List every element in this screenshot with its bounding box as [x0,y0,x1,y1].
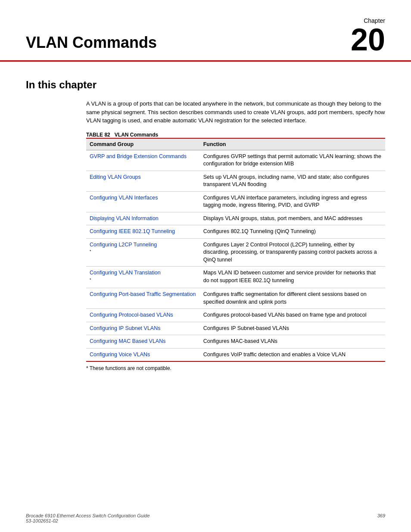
command-group-cell[interactable]: Configuring IEEE 802.1Q Tunneling [86,225,200,239]
function-cell: Configures Layer 2 Control Protocol (L2C… [200,238,385,267]
function-cell: Configures VoIP traffic detection and en… [200,348,385,361]
col-header-command: Command Group [86,138,200,150]
table-row: Configuring Voice VLANsConfigures VoIP t… [86,348,385,361]
command-group-cell[interactable]: Displaying VLAN Information [86,212,200,225]
chapter-label-area: Chapter 20 [351,17,385,55]
function-cell: Maps VLAN ID between customer and servic… [200,267,385,288]
table-row: Configuring L2CP Tunneling*Configures La… [86,238,385,267]
intro-paragraph: A VLAN is a group of ports that can be l… [86,100,385,125]
table-row: Configuring Protocol-based VLANsConfigur… [86,309,385,322]
command-group-cell[interactable]: Editing VLAN Groups [86,171,200,191]
function-cell: Configures MAC-based VLANs [200,335,385,348]
table-row: Displaying VLAN InformationDisplays VLAN… [86,212,385,225]
function-cell: Configures VLAN interface parameters, in… [200,191,385,212]
page: VLAN Commands Chapter 20 In this chapter… [0,0,411,532]
command-group-cell[interactable]: Configuring L2CP Tunneling* [86,238,200,267]
command-group-cell[interactable]: Configuring Protocol-based VLANs [86,309,200,322]
command-group-cell[interactable]: Configuring MAC Based VLANs [86,335,200,348]
page-footer: Brocade 6910 Ethernet Access Switch Conf… [26,513,385,523]
table-row: Editing VLAN GroupsSets up VLAN groups, … [86,171,385,191]
command-group-cell[interactable]: Configuring VLAN Interfaces [86,191,200,212]
command-group-cell[interactable]: Configuring Voice VLANs [86,348,200,361]
page-title: VLAN Commands [26,34,157,55]
table-row: GVRP and Bridge Extension CommandsConfig… [86,150,385,171]
table-header-row: Command Group Function [86,138,385,150]
table-row: Configuring IEEE 802.1Q TunnelingConfigu… [86,225,385,239]
commands-table: Command Group Function GVRP and Bridge E… [86,138,385,362]
function-cell: Configures protocol-based VLANs based on… [200,309,385,322]
table-row: Configuring IP Subnet VLANsConfigures IP… [86,322,385,335]
section-title: In this chapter [26,79,385,91]
command-group-cell[interactable]: Configuring Port-based Traffic Segmentat… [86,288,200,309]
footnote: * These functions are not compatible. [86,365,385,371]
function-cell: Configures GVRP settings that permit aut… [200,150,385,171]
function-cell: Configures traffic segmentation for diff… [200,288,385,309]
table-row: Configuring VLAN Translation*Maps VLAN I… [86,267,385,288]
command-group-cell[interactable]: Configuring VLAN Translation* [86,267,200,288]
table-row: Configuring VLAN InterfacesConfigures VL… [86,191,385,212]
footer-left: Brocade 6910 Ethernet Access Switch Conf… [26,513,150,523]
table-row: Configuring Port-based Traffic Segmentat… [86,288,385,309]
function-cell: Displays VLAN groups, status, port membe… [200,212,385,225]
command-group-cell[interactable]: GVRP and Bridge Extension Commands [86,150,200,171]
function-cell: Configures 802.1Q Tunneling (QinQ Tunnel… [200,225,385,239]
chapter-header: VLAN Commands Chapter 20 [0,0,411,62]
table-row: Configuring MAC Based VLANsConfigures MA… [86,335,385,348]
table-label: TABLE 82 VLAN Commands [86,132,385,138]
function-cell: Configures IP Subnet-based VLANs [200,322,385,335]
function-cell: Sets up VLAN groups, including name, VID… [200,171,385,191]
footer-right: 369 [377,513,385,523]
main-content: In this chapter A VLAN is a group of por… [0,62,411,389]
command-group-cell[interactable]: Configuring IP Subnet VLANs [86,322,200,335]
col-header-function: Function [200,138,385,150]
chapter-number: 20 [351,24,385,55]
